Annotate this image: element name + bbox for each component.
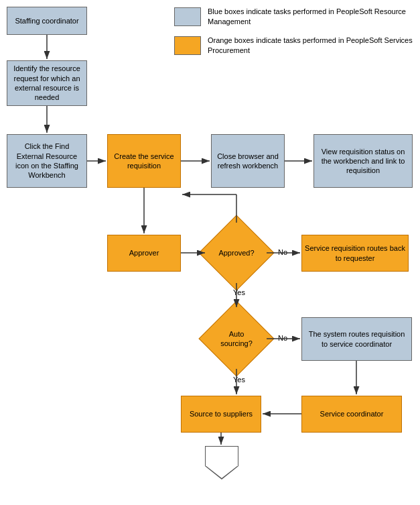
source-suppliers-box: Source to suppliers — [181, 396, 261, 433]
routes-back-label: Service requisition routes back to reque… — [305, 243, 405, 263]
create-requisition-label: Create the service requisition — [111, 152, 178, 171]
click-find-label: Click the Find External Resource icon on… — [10, 142, 84, 180]
identify-resource-label: Identify the resource request for which … — [10, 64, 84, 102]
auto-sourcing-diamond — [198, 300, 274, 376]
system-routes-box: The system routes requisition to service… — [301, 317, 412, 361]
create-requisition-box: Create the service requisition — [107, 134, 181, 188]
yes-approved-label: Yes — [233, 288, 245, 296]
yes-auto-label: Yes — [233, 376, 245, 384]
approver-box: Approver — [107, 235, 181, 272]
legend-blue-text: Blue boxes indicate tasks performed in P… — [208, 7, 415, 27]
close-browser-box: Close browser and refresh workbench — [211, 134, 285, 188]
click-find-box: Click the Find External Resource icon on… — [7, 134, 87, 188]
legend-orange-text: Orange boxes indicate tasks performed in… — [208, 36, 415, 56]
staffing-coordinator-box: Staffing coordinator — [7, 7, 87, 35]
service-coordinator-box: Service coordinator — [301, 396, 402, 433]
legend-blue-item: Blue boxes indicate tasks performed in P… — [174, 7, 415, 27]
auto-sourcing-diamond-container: Auto sourcing? — [206, 308, 267, 369]
approved-diamond — [198, 215, 274, 290]
system-routes-label: The system routes requisition to service… — [305, 329, 409, 349]
legend-blue-box — [174, 7, 201, 26]
close-browser-label: Close browser and refresh workbench — [214, 152, 281, 171]
staffing-coordinator-label: Staffing coordinator — [15, 16, 78, 25]
approver-label: Approver — [129, 248, 159, 258]
legend-orange-box — [174, 36, 201, 55]
service-coordinator-label: Service coordinator — [320, 409, 384, 418]
end-rect — [205, 446, 238, 466]
no-auto-label: No — [278, 334, 287, 342]
diagram-container: Blue boxes indicate tasks performed in P… — [0, 0, 420, 505]
identify-resource-box: Identify the resource request for which … — [7, 60, 87, 106]
end-symbol — [205, 446, 238, 480]
approved-diamond-container: Approved? — [206, 223, 267, 283]
no-approved-label: No — [278, 248, 287, 256]
source-suppliers-label: Source to suppliers — [190, 409, 253, 418]
legend-orange-item: Orange boxes indicate tasks performed in… — [174, 36, 415, 56]
routes-back-box: Service requisition routes back to reque… — [301, 235, 409, 272]
view-status-label: View requisition status on the workbench… — [317, 147, 409, 176]
legend: Blue boxes indicate tasks performed in P… — [174, 7, 415, 64]
view-status-box: View requisition status on the workbench… — [313, 134, 413, 188]
